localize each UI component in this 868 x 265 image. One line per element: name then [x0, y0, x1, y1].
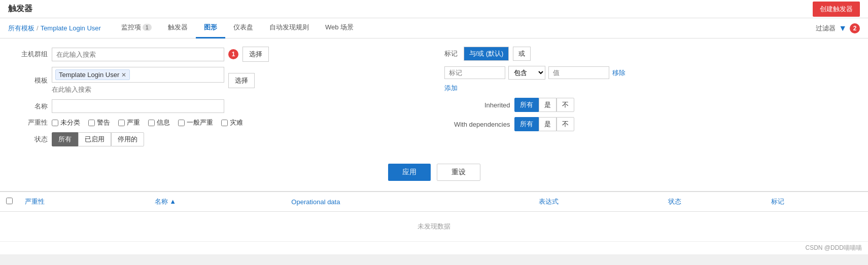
filter-badge-2: 2 — [850, 23, 860, 33]
footer-note: CSDN @DDD喵喵喵 — [0, 242, 868, 254]
table-section: 严重性 名称 ▲ Operational data 表达式 状态 标记 未发现数… — [0, 192, 868, 254]
status-label: 状态 — [12, 135, 48, 144]
tag-label: 标记 — [444, 49, 458, 58]
apply-button[interactable]: 应用 — [388, 164, 431, 181]
tag-value-input[interactable] — [548, 66, 609, 79]
status-group: 所有 已启用 停用的 — [52, 132, 144, 146]
no-data-row: 未发现数据 — [0, 212, 868, 242]
tag-operator-select[interactable]: 包含 不包含 等于 不等于 — [508, 66, 545, 80]
inherited-yes-button[interactable]: 是 — [539, 98, 557, 112]
tab-discovery[interactable]: 自动发现规则 — [261, 18, 317, 39]
filter-left: 主机群组 1 选择 模板 Template Login User ✕ — [12, 47, 424, 152]
triggers-table: 严重性 名称 ▲ Operational data 表达式 状态 标记 未发现数… — [0, 192, 868, 242]
severity-general-checkbox[interactable] — [178, 120, 185, 126]
severity-severe-checkbox[interactable] — [118, 120, 125, 126]
deps-no-button[interactable]: 不 — [557, 117, 574, 131]
severity-info-checkbox[interactable] — [148, 120, 155, 126]
tab-monitor[interactable]: 监控项1 — [113, 18, 160, 39]
severity-severe[interactable]: 严重 — [118, 118, 140, 127]
severity-unclassified[interactable]: 未分类 — [52, 118, 80, 127]
tag-filter-inputs-row: 包含 不包含 等于 不等于 移除 — [444, 66, 856, 80]
tab-webscenes[interactable]: Web 场景 — [317, 18, 362, 39]
tab-graphs[interactable]: 图形 — [196, 18, 225, 39]
severity-warning[interactable]: 警告 — [88, 118, 110, 127]
nav-bar: 所有模板 / Template Login User 监控项1 触发器 图形 仪… — [0, 18, 868, 39]
deps-all-button[interactable]: 所有 — [514, 117, 539, 131]
name-input[interactable] — [52, 99, 224, 113]
action-row: 应用 重设 — [12, 158, 856, 183]
severity-unclassified-checkbox[interactable] — [52, 120, 58, 126]
filter-panel: 主机群组 1 选择 模板 Template Login User ✕ — [0, 39, 868, 192]
nav-tabs: 监控项1 触发器 图形 仪表盘 自动发现规则 Web 场景 — [113, 18, 362, 39]
tag-or-button[interactable]: 或 — [513, 47, 531, 61]
template-tag-value: Template Login User — [59, 71, 119, 79]
reset-button[interactable]: 重设 — [437, 164, 480, 181]
deps-row: With dependencies 所有 是 不 — [444, 117, 856, 131]
breadcrumb: 所有模板 / Template Login User — [8, 24, 101, 33]
severity-disaster-checkbox[interactable] — [221, 120, 228, 126]
tag-label-row: 标记 与/或 (默认) 或 — [444, 47, 856, 61]
host-group-input[interactable] — [52, 48, 224, 61]
template-label: 模板 — [12, 76, 48, 85]
status-disabled-button[interactable]: 停用的 — [111, 132, 144, 146]
severity-warning-checkbox[interactable] — [88, 120, 95, 126]
breadcrumb-all-templates[interactable]: 所有模板 — [8, 24, 34, 33]
top-bar: 触发器 创建触发器 — [0, 0, 868, 18]
name-row: 名称 — [12, 99, 424, 113]
inherited-label: Inherited — [444, 101, 510, 109]
severity-general[interactable]: 一般严重 — [178, 118, 213, 127]
create-trigger-button[interactable]: 创建触发器 — [813, 2, 860, 17]
filter-icon: ▼ — [839, 24, 847, 33]
col-severity: 严重性 — [19, 192, 149, 212]
host-group-label: 主机群组 — [12, 50, 48, 59]
tag-and-or-button[interactable]: 与/或 (默认) — [464, 47, 509, 61]
template-tag: Template Login User ✕ — [55, 69, 130, 80]
severity-label: 严重性 — [12, 118, 48, 127]
col-expression: 表达式 — [533, 192, 663, 212]
severity-info[interactable]: 信息 — [148, 118, 170, 127]
severity-disaster[interactable]: 灾难 — [221, 118, 243, 127]
page-title: 触发器 — [8, 4, 32, 14]
status-enabled-button[interactable]: 已启用 — [78, 132, 111, 146]
select-all-checkbox[interactable] — [6, 198, 13, 204]
inherited-no-button[interactable]: 不 — [557, 98, 574, 112]
inherited-row: Inherited 所有 是 不 — [444, 98, 856, 112]
inherited-all-button[interactable]: 所有 — [514, 98, 539, 112]
template-tag-row: Template Login User ✕ — [52, 67, 224, 83]
col-tags: 标记 — [765, 192, 868, 212]
host-group-select-button[interactable]: 选择 — [242, 47, 269, 62]
host-group-row: 主机群组 1 选择 — [12, 47, 424, 62]
name-label: 名称 — [12, 102, 48, 111]
template-row: 模板 Template Login User ✕ 选择 — [12, 67, 424, 94]
col-name[interactable]: 名称 ▲ — [149, 192, 286, 212]
tab-triggers[interactable]: 触发器 — [160, 18, 196, 39]
template-search-input[interactable] — [52, 85, 224, 94]
template-tag-remove-icon[interactable]: ✕ — [121, 71, 126, 79]
deps-yes-button[interactable]: 是 — [539, 117, 557, 131]
deps-label: With dependencies — [444, 121, 510, 128]
severity-row: 严重性 未分类 警告 严重 — [12, 118, 424, 127]
template-select-button[interactable]: 选择 — [228, 73, 255, 88]
tag-key-input[interactable] — [444, 66, 505, 79]
tag-add-link[interactable]: 添加 — [444, 84, 458, 92]
annotation-badge-1: 1 — [228, 49, 238, 59]
severity-group: 未分类 警告 严重 信息 — [52, 118, 243, 127]
breadcrumb-separator: / — [37, 24, 39, 32]
col-operational: Operational data — [285, 192, 532, 212]
filter-label: 过滤器 — [816, 24, 836, 33]
inherited-toggle: 所有 是 不 — [514, 98, 574, 112]
breadcrumb-current[interactable]: Template Login User — [41, 24, 101, 32]
col-checkbox — [0, 192, 19, 212]
template-input-container: Template Login User ✕ — [52, 67, 224, 94]
deps-toggle: 所有 是 不 — [514, 117, 574, 131]
status-all-button[interactable]: 所有 — [52, 132, 78, 146]
tab-dashboards[interactable]: 仪表盘 — [225, 18, 261, 39]
filter-right: 标记 与/或 (默认) 或 包含 不包含 等于 不等于 移除 添加 — [444, 47, 856, 136]
table-header-row: 严重性 名称 ▲ Operational data 表达式 状态 标记 — [0, 192, 868, 212]
filter-toggle[interactable]: 过滤器 ▼ 2 — [816, 23, 860, 33]
status-row: 状态 所有 已启用 停用的 — [12, 132, 424, 146]
col-status: 状态 — [662, 192, 765, 212]
no-data-cell: 未发现数据 — [0, 212, 868, 242]
tag-remove-link[interactable]: 移除 — [612, 68, 626, 78]
